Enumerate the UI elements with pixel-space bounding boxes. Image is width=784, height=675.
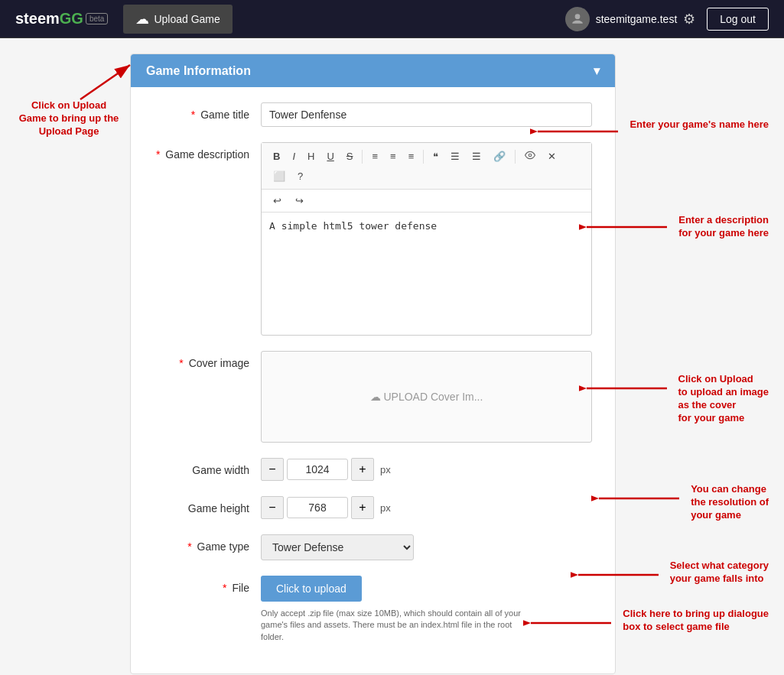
form-row-description: * Game description B I H U S ≡ ≡ ≡ [154,142,592,336]
form-row-width: Game width − + px [154,458,592,481]
upload-button-label: Upload Game [154,13,220,25]
title-required: * [191,109,195,121]
svg-point-0 [574,14,580,19]
upload-game-button[interactable]: ☁ Upload Game [123,5,232,34]
arrow-type [571,566,662,585]
editor-toolbar: B I H U S ≡ ≡ ≡ ❝ ☰ ☰ 🔗 [262,143,591,190]
toolbar-align-center[interactable]: ≡ [385,148,402,165]
width-increase-button[interactable]: + [351,458,374,481]
height-increase-button[interactable]: + [351,496,374,519]
toolbar-strike[interactable]: S [341,148,359,165]
annotation-res: You can change the resolution of your ga… [691,483,769,522]
height-px-label: px [380,502,391,514]
game-height-label: Game height [154,496,261,514]
toolbar-align-left[interactable]: ≡ [366,148,383,165]
description-editor: B I H U S ≡ ≡ ≡ ❝ ☰ ☰ 🔗 [261,142,592,336]
annotation-type: Select what category your game falls int… [670,560,769,586]
arrow-cover [579,379,671,398]
arrow-title [530,122,622,141]
file-upload-wrapper: Click to upload Only accept .zip file (m… [261,576,521,643]
width-decrease-button[interactable]: − [261,458,284,481]
dimension-control-height: − + px [261,496,391,519]
toolbar-guide[interactable]: ? [292,167,308,185]
toolbar-undo[interactable]: ↩ [268,192,287,209]
toolbar-bold[interactable]: B [268,148,285,165]
game-width-label: Game width [154,458,261,476]
user-info: steemitgame.test ⚙ [565,7,696,31]
cover-upload-area[interactable]: ☁ UPLOAD Cover Im... [261,351,592,443]
toolbar-sep-1 [362,150,363,164]
panel-collapse-icon[interactable]: ▾ [594,63,600,78]
upload-cloud-icon: ☁ [135,11,149,28]
logo-text: steemGG [15,10,83,28]
toolbar-side-by-side[interactable]: ⬜ [268,167,291,185]
header-right: steemitgame.test ⚙ Log out [565,7,769,31]
annotation-title: Enter your game's name here [629,118,769,131]
toolbar-sep-2 [423,150,424,164]
toolbar-link[interactable]: 🔗 [488,148,511,165]
annotation-desc: Enter a description for your game here [678,214,769,240]
arrow-upload [76,57,138,103]
game-type-select[interactable]: Tower Defense Action Puzzle RPG Strategy… [261,534,414,560]
svg-line-2 [80,65,130,99]
desc-required: * [156,148,160,161]
toolbar-italic[interactable]: I [287,148,301,165]
form-row-cover: * Cover image ☁ UPLOAD Cover Im... [154,351,592,443]
toolbar-underline[interactable]: U [321,148,339,165]
dimension-control-width: − + px [261,458,391,481]
annotation-upload: Click on Upload Game to bring up the Upl… [15,99,122,138]
form-panel: Game Information ▾ * Game title * Game d… [130,54,616,674]
game-type-label: * Game type [154,534,261,553]
toolbar-blockquote[interactable]: ❝ [428,148,444,165]
header: steemGG beta ☁ Upload Game steemitgame.t… [0,0,784,38]
cover-image-label: * Cover image [154,351,261,369]
file-required: * [223,582,226,594]
height-input[interactable] [287,497,348,518]
svg-point-15 [529,154,532,157]
cover-required: * [179,357,183,369]
toolbar-preview[interactable] [519,147,541,166]
cover-upload-text: ☁ UPLOAD Cover Im... [370,391,483,403]
height-decrease-button[interactable]: − [261,496,284,519]
annotation-file: Click here to bring up dialogue box to s… [623,608,769,634]
panel-title: Game Information [146,64,251,78]
toolbar-fullscreen[interactable]: ✕ [542,148,561,165]
game-title-label: * Game title [154,102,261,121]
panel-header: Game Information ▾ [131,54,615,87]
logo-steem: steem [15,10,60,27]
form-row-height: Game height − + px [154,496,592,519]
description-content[interactable]: A simple html5 tower defense [262,213,591,335]
panel-body: * Game title * Game description B I H U [131,87,615,673]
toolbar-sep-3 [515,150,516,164]
width-px-label: px [380,464,391,475]
arrow-desc [579,218,671,237]
form-row-title: * Game title [154,102,592,127]
username: steemitgame.test [596,13,678,25]
width-input[interactable] [287,459,348,480]
avatar [565,7,590,31]
toolbar-redo[interactable]: ↪ [290,192,309,209]
game-description-label: * Game description [154,142,261,161]
arrow-file [523,614,615,633]
file-label: * File [154,576,261,594]
toolbar-unordered-list[interactable]: ☰ [467,148,486,165]
form-row-type: * Game type Tower Defense Action Puzzle … [154,534,592,560]
main-content: Click on Upload Game to bring up the Upl… [0,38,784,675]
arrow-res [591,489,683,508]
type-required: * [187,540,191,553]
logo-gg: GG [60,10,83,27]
annotation-cover: Click on Upload to upload an image as th… [678,373,769,425]
file-note: Only accept .zip file (max size 10MB), w… [261,608,521,643]
toolbar-ordered-list[interactable]: ☰ [445,148,465,165]
gear-icon[interactable]: ⚙ [683,11,695,28]
logout-button[interactable]: Log out [707,8,769,31]
file-upload-button[interactable]: Click to upload [261,576,362,602]
beta-badge: beta [86,13,108,24]
toolbar-align-right[interactable]: ≡ [403,148,420,165]
toolbar-heading[interactable]: H [302,148,320,165]
logo: steemGG beta [15,10,108,28]
editor-toolbar-row2: ↩ ↪ [262,190,591,213]
